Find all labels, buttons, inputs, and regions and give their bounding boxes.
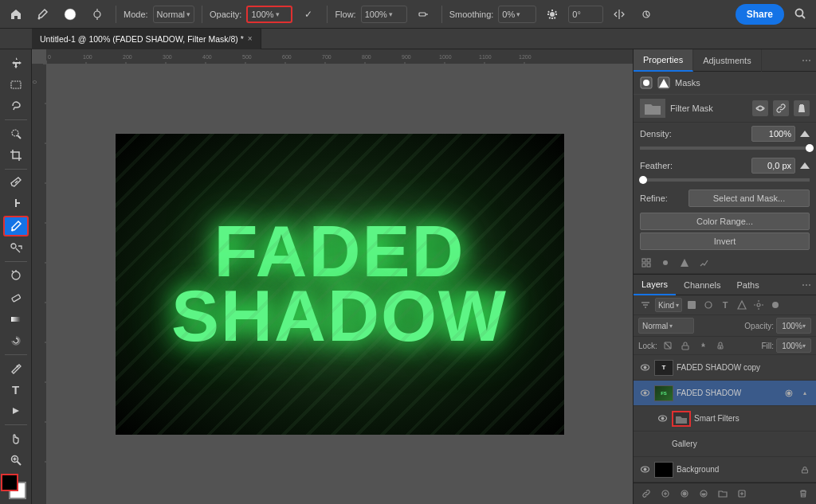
flow-dropdown[interactable]: 100% ▾ (361, 6, 407, 23)
share-button[interactable]: Share (736, 4, 784, 25)
pressure-icon-btn[interactable] (635, 3, 657, 25)
layer-row-smart-filters[interactable]: Smart Filters (634, 406, 816, 432)
healing-tool-btn[interactable] (3, 194, 29, 214)
filter-text-icon[interactable]: T (718, 298, 732, 312)
hand-tool-btn[interactable] (3, 428, 29, 448)
svg-point-74 (806, 284, 807, 286)
lock-transparent-btn[interactable] (661, 338, 675, 353)
color-range-btn[interactable]: Color Range... (640, 213, 810, 230)
layer-visibility-icon-2[interactable] (638, 387, 651, 400)
tab-layers[interactable]: Layers (634, 275, 676, 295)
feather-slider-thumb[interactable] (639, 176, 647, 184)
history-brush-btn[interactable] (3, 265, 29, 285)
filter-shape-icon[interactable] (735, 298, 749, 312)
opacity-check-icon[interactable]: ✓ (297, 3, 320, 25)
eraser-tool-btn[interactable] (3, 287, 29, 307)
pen-tool-btn[interactable] (3, 357, 29, 377)
layer-row-faded-shadow-copy[interactable]: T FADED SHADOW copy (634, 355, 816, 381)
marquee-tool-btn[interactable] (3, 74, 29, 94)
zoom-tool-btn[interactable] (3, 451, 29, 471)
density-triangle-icon[interactable] (800, 131, 810, 137)
tab-close-icon[interactable]: × (248, 34, 253, 43)
layer-expand-icon[interactable]: ▴ (798, 387, 811, 400)
add-mask-btn[interactable] (677, 486, 692, 502)
prop-icon-btn-4[interactable] (696, 255, 712, 271)
fill-value[interactable]: 100% ▾ (776, 338, 811, 353)
new-layer-btn[interactable] (734, 486, 750, 502)
select-mask-btn[interactable]: Select and Mask... (688, 189, 810, 207)
layer-visibility-icon[interactable] (638, 361, 651, 374)
tab-channels[interactable]: Channels (676, 275, 728, 295)
brush-tool-active-btn[interactable] (3, 216, 29, 236)
layer-row-gallery[interactable]: Gallery (634, 432, 816, 457)
angle-value: 0° (572, 10, 581, 19)
gradient-tool-btn[interactable] (3, 309, 29, 329)
smoothing-dropdown[interactable]: 0% ▾ (498, 6, 536, 23)
crop-tool-btn[interactable] (3, 145, 29, 165)
prop-icon-btn-3[interactable] (677, 255, 692, 271)
layers-filter-icon[interactable] (638, 298, 653, 312)
fg-color-swatch[interactable] (1, 474, 18, 491)
filter-pixel-icon[interactable] (685, 298, 699, 312)
layer-visibility-icon-bg[interactable] (638, 463, 651, 476)
svg-line-9 (802, 16, 805, 19)
home-icon-btn[interactable] (5, 3, 27, 25)
clone-stamp-btn[interactable] (3, 238, 29, 258)
tab-adjustments[interactable]: Adjustments (693, 49, 762, 72)
layer-row-faded-shadow[interactable]: FS FADED SHADOW ▴ (634, 381, 816, 406)
filter-adjust-icon[interactable] (701, 298, 716, 312)
filter-mask-delete-btn[interactable] (794, 100, 810, 116)
fg-bg-color-swatch[interactable] (1, 474, 31, 499)
add-style-btn[interactable] (657, 486, 673, 502)
feather-value[interactable]: 0,0 px (751, 158, 795, 174)
folder-btn[interactable] (715, 486, 731, 502)
ruler-top: 0 100 200 300 400 500 600 700 800 900 (46, 49, 633, 64)
layers-panel-menu[interactable] (802, 275, 816, 295)
layers-kind-dropdown[interactable]: Kind ▾ (655, 298, 682, 312)
lasso-tool-btn[interactable] (3, 96, 29, 116)
density-slider[interactable] (640, 147, 810, 150)
airbrush-icon-btn[interactable] (412, 3, 434, 25)
lock-artboard-btn[interactable] (713, 338, 728, 353)
feather-slider[interactable] (640, 178, 810, 182)
blur-tool-btn[interactable] (3, 330, 29, 350)
lock-position-btn[interactable] (696, 338, 710, 353)
filter-smart-icon[interactable] (751, 298, 766, 312)
layer-row-background[interactable]: Background (634, 457, 816, 483)
brush-size-preview[interactable] (59, 3, 81, 25)
properties-panel-menu[interactable] (802, 49, 816, 71)
filter-mask-link-btn[interactable] (773, 100, 789, 116)
eyedropper-tool-btn[interactable] (3, 172, 29, 192)
lock-image-btn[interactable] (678, 338, 692, 353)
layer-opacity-value[interactable]: 100% ▾ (776, 318, 811, 334)
search-icon[interactable] (789, 3, 811, 25)
link-layers-btn[interactable] (638, 486, 654, 502)
brush-settings-btn[interactable] (86, 3, 108, 25)
filter-color-icon[interactable] (768, 298, 783, 312)
symmetry-icon-btn[interactable] (608, 3, 630, 25)
opacity-dropdown[interactable]: 100% ▾ (246, 6, 292, 23)
prop-icon-btn-2[interactable] (657, 255, 673, 271)
filter-mask-visibility-btn[interactable] (752, 100, 768, 116)
delete-layer-btn[interactable] (795, 486, 811, 502)
feather-triangle-icon[interactable] (800, 162, 810, 169)
quick-select-btn[interactable] (3, 123, 29, 143)
invert-btn[interactable]: Invert (640, 232, 810, 250)
adjustment-layer-btn[interactable] (696, 486, 712, 502)
tab-properties[interactable]: Properties (634, 49, 693, 72)
text-tool-btn[interactable]: T (3, 380, 29, 400)
layer-mode-dropdown[interactable]: Normal ▾ (638, 318, 694, 334)
path-select-btn[interactable] (3, 401, 29, 421)
tab-paths[interactable]: Paths (729, 275, 767, 295)
brush-tool-btn[interactable] (32, 3, 54, 25)
settings-gear-icon-btn[interactable] (541, 3, 563, 25)
layer-visibility-icon-3[interactable] (656, 412, 669, 425)
canvas-document[interactable]: FADED SHADOW (115, 133, 565, 436)
prop-icon-btn-1[interactable] (638, 255, 654, 271)
density-slider-thumb[interactable] (806, 144, 814, 152)
move-tool-btn[interactable] (3, 53, 29, 72)
angle-dropdown[interactable]: 0° (568, 6, 603, 23)
density-value[interactable]: 100% (751, 126, 795, 142)
mode-dropdown[interactable]: Normal ▾ (153, 6, 194, 23)
active-tab[interactable]: Untitled-1 @ 100% (FADED SHADOW, Filter … (32, 29, 261, 49)
